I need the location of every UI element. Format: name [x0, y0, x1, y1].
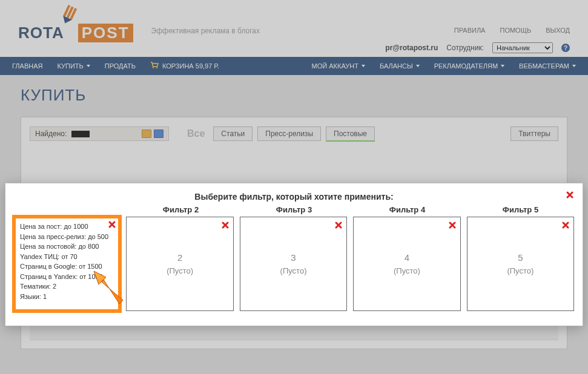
card-close-icon[interactable]: [221, 221, 230, 229]
card-num: 3: [291, 251, 296, 265]
nav-sell[interactable]: ПРОДАТЬ: [97, 57, 143, 75]
filter-label-5: Фильтр 5: [467, 205, 574, 214]
svg-marker-3: [61, 16, 72, 25]
save-icon[interactable]: [154, 130, 164, 138]
nav-account[interactable]: МОЙ АККАУНТ: [305, 57, 372, 75]
filter-line: Yandex ТИЦ: от 70: [20, 252, 114, 262]
filter-cards: Цена за пост: до 1000 Цена за пресс-рели…: [14, 217, 574, 311]
card-empty: 4 (Пусто): [360, 222, 454, 306]
svg-point-5: [156, 67, 157, 68]
nav-left: ГЛАВНАЯ КУПИТЬ ПРОДАТЬ КОРЗИНА 59,97 Р.: [5, 57, 226, 75]
tagline: Эффективная реклама в блогах: [151, 27, 260, 35]
found-label: Найдено:: [35, 130, 67, 138]
card-empty: 2 (Пусто): [133, 222, 226, 306]
header: ROTA POST Эффективная реклама в блогах П…: [0, 0, 588, 57]
filter-labels: Фильтр 1 Фильтр 2 Фильтр 3 Фильтр 4 Филь…: [14, 205, 574, 214]
filter-label-3: Фильтр 3: [240, 205, 348, 214]
filter-line: Цена за пост: до 1000: [20, 221, 114, 232]
help-link[interactable]: ПОМОЩЬ: [500, 27, 531, 34]
logo-text-2: POST: [78, 24, 133, 42]
staff-select[interactable]: Начальник: [492, 42, 553, 53]
filter-card-2[interactable]: 2 (Пусто): [126, 217, 233, 311]
card-empty-label: (Пусто): [167, 265, 193, 277]
filter-card-3[interactable]: 3 (Пусто): [240, 217, 347, 311]
filter-line: Цена за постовой: до 800: [20, 241, 114, 252]
modal-title: Выберите фильтр, который хотите применит…: [14, 192, 574, 202]
staff-label: Сотрудник:: [446, 44, 484, 52]
filter-line: Страниц в Yandex: от 1000: [20, 272, 114, 282]
tab-press[interactable]: Пресс-релизы: [257, 126, 321, 141]
filter-label-2: Фильтр 2: [127, 205, 234, 214]
nav-balances[interactable]: БАЛАНСЫ: [372, 57, 427, 75]
tab-postings[interactable]: Постовые: [326, 126, 375, 142]
card-num: 4: [405, 251, 409, 265]
tab-all[interactable]: Все: [183, 126, 208, 142]
nav-cart-label: КОРЗИНА 59,97 Р.: [162, 62, 219, 70]
logo-pencil-icon: [61, 4, 78, 25]
cart-icon: [150, 62, 159, 70]
nav-home[interactable]: ГЛАВНАЯ: [5, 57, 50, 75]
filter-card-1[interactable]: Цена за пост: до 1000 Цена за пресс-рели…: [14, 217, 120, 311]
nav-right: МОЙ АККАУНТ БАЛАНСЫ РЕКЛАМОДАТЕЛЯМ ВЕБМА…: [305, 57, 583, 75]
modal-title-text: Выберите фильтр, который хотите применит…: [194, 192, 393, 202]
card-empty-label: (Пусто): [280, 265, 307, 277]
filter-line: Цена за пресс-релиз: до 500: [20, 232, 114, 242]
card-num: 5: [518, 251, 523, 265]
filter-card-4[interactable]: 4 (Пусто): [353, 217, 460, 311]
found-box: Найдено:: [30, 126, 169, 141]
filter-card-5[interactable]: 5 (Пусто): [467, 217, 574, 311]
filter-modal: Выберите фильтр, который хотите применит…: [5, 183, 583, 326]
modal-close-icon[interactable]: [566, 191, 574, 199]
help-icon[interactable]: ?: [561, 44, 570, 52]
rules-link[interactable]: ПРАВИЛА: [454, 27, 486, 34]
card-empty-label: (Пусто): [507, 265, 533, 277]
filter-line: Страниц в Google: от 1500: [20, 261, 114, 272]
table-row: [30, 326, 558, 340]
card-close-icon[interactable]: [561, 221, 570, 229]
nav-buy[interactable]: КУПИТЬ: [50, 57, 97, 75]
logo-text-1: ROTA: [18, 24, 64, 42]
header-right: ПРАВИЛА ПОМОЩЬ ВЫХОД pr@rotapost.ru Сотр…: [385, 27, 570, 53]
filter-label-4: Фильтр 4: [354, 205, 461, 214]
navbar: ГЛАВНАЯ КУПИТЬ ПРОДАТЬ КОРЗИНА 59,97 Р. …: [0, 57, 588, 75]
card-close-icon[interactable]: [108, 220, 116, 229]
filter-line: Языки: 1: [20, 292, 114, 302]
nav-cart[interactable]: КОРЗИНА 59,97 Р.: [143, 57, 226, 75]
tab-articles[interactable]: Статьи: [213, 126, 253, 141]
logout-link[interactable]: ВЫХОД: [546, 27, 570, 34]
card-close-icon[interactable]: [334, 221, 343, 229]
folder-icon[interactable]: [142, 130, 151, 138]
tab-twitters[interactable]: Твиттеры: [510, 126, 558, 141]
header-links: ПРАВИЛА ПОМОЩЬ ВЫХОД: [454, 27, 570, 34]
svg-point-4: [153, 67, 154, 68]
card-empty: 3 (Пусто): [246, 222, 340, 306]
nav-webmasters[interactable]: ВЕБМАСТЕРАМ: [512, 57, 583, 75]
header-row2: pr@rotapost.ru Сотрудник: Начальник ?: [385, 42, 570, 53]
card-close-icon[interactable]: [448, 221, 457, 229]
user-email: pr@rotapost.ru: [385, 44, 438, 52]
card-num: 2: [177, 251, 182, 265]
filter-line: Тематики: 2: [20, 281, 114, 292]
toolbar: Найдено: Все Статьи Пресс-релизы Постовы…: [30, 126, 558, 142]
card-empty: 5 (Пусто): [474, 222, 567, 306]
nav-advertisers[interactable]: РЕКЛАМОДАТЕЛЯМ: [427, 57, 512, 75]
page-title: КУПИТЬ: [21, 86, 567, 105]
card-empty-label: (Пусто): [394, 265, 420, 277]
logo[interactable]: ROTA POST: [18, 4, 133, 42]
tabs: Все Статьи Пресс-релизы Постовые Твиттер…: [183, 126, 558, 142]
found-count-redacted: [71, 131, 90, 137]
